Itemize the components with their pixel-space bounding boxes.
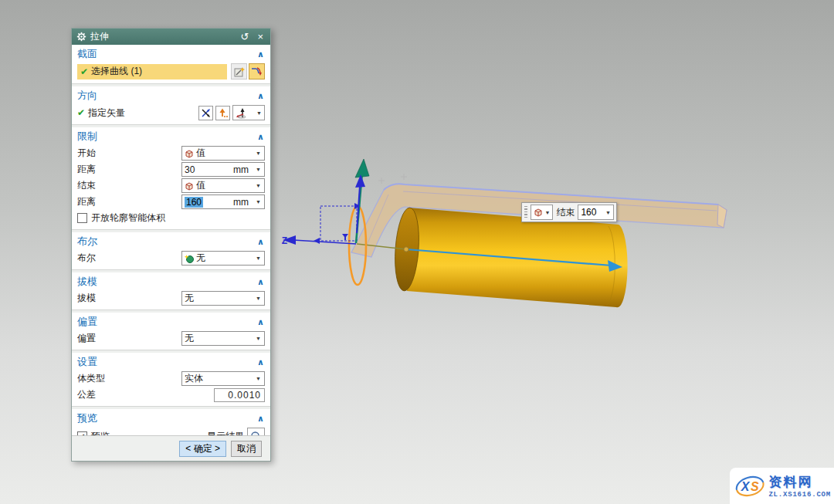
- start-limit-dropdown[interactable]: 值 ▼: [181, 146, 265, 161]
- dialog-titlebar[interactable]: 拉伸 ↺ ×: [72, 29, 270, 45]
- watermark-site-name: 资料网: [768, 473, 812, 491]
- end-distance-value: 160: [581, 207, 596, 218]
- end-label: 结束: [556, 206, 575, 219]
- collapse-icon[interactable]: ∧: [257, 132, 264, 142]
- dialog-title: 拉伸: [90, 30, 235, 43]
- settings-header: 设置: [77, 355, 97, 369]
- boolean-value: 无: [196, 252, 253, 265]
- crossed-arrows-icon: [201, 108, 211, 118]
- toolbar-drag-handle[interactable]: [524, 206, 527, 218]
- curve-rule-button[interactable]: [249, 63, 265, 79]
- value-cube-icon: [185, 149, 194, 158]
- dropdown-arrow-icon: ▼: [256, 336, 261, 341]
- reset-button[interactable]: ↺: [239, 32, 252, 42]
- preview-header: 预览: [77, 411, 97, 425]
- boolean-label: 布尔: [77, 252, 181, 265]
- section-group-boolean: 布尔 ∧ 布尔 无 ▼: [72, 232, 270, 270]
- start-label: 开始: [77, 147, 181, 160]
- tolerance-input[interactable]: 0.0010: [214, 388, 265, 402]
- start-distance-label: 距离: [77, 163, 181, 176]
- drag-handle-ball[interactable]: [404, 247, 409, 252]
- dropdown-arrow-icon: ▼: [256, 255, 261, 261]
- reverse-arrow-icon: [218, 108, 228, 118]
- dropdown-arrow-icon: ▼: [256, 183, 261, 188]
- dropdown-arrow-icon: ▼: [256, 167, 261, 172]
- collapse-icon[interactable]: ∧: [257, 277, 264, 287]
- z-axis-label: Z: [282, 235, 287, 246]
- show-result-label: 显示结果: [207, 430, 244, 435]
- offset-value: 无: [185, 332, 253, 345]
- offset-dropdown[interactable]: 无 ▼: [181, 331, 265, 346]
- dialog-footer: < 确定 > 取消: [72, 435, 270, 461]
- offset-header: 偏置: [77, 315, 97, 329]
- section-header: 截面: [77, 47, 97, 61]
- section-group-draft: 拔模 ∧ 拔模 无 ▼: [72, 272, 270, 310]
- end-limit-dropdown[interactable]: 值 ▼: [181, 178, 265, 193]
- preview-label: 预览: [91, 430, 207, 435]
- select-curve-label: 选择曲线 (1): [91, 65, 142, 78]
- dropdown-arrow-icon: ▼: [256, 110, 262, 116]
- collapse-icon[interactable]: ∧: [257, 237, 264, 247]
- collapse-icon[interactable]: ∧: [257, 49, 264, 59]
- limits-header: 限制: [77, 130, 97, 144]
- value-cube-icon: [185, 181, 194, 191]
- end-limit-value: 值: [196, 179, 253, 192]
- dropdown-arrow-icon: ▼: [256, 199, 261, 205]
- body-type-dropdown[interactable]: 实体 ▼: [181, 371, 265, 386]
- draft-value: 无: [185, 292, 253, 305]
- xs-logo: X S: [733, 471, 767, 502]
- snap-plus-marks: [378, 174, 407, 184]
- offset-label: 偏置: [77, 332, 181, 345]
- boolean-dropdown[interactable]: 无 ▼: [181, 251, 265, 266]
- start-distance-input[interactable]: 30 mm ▼: [181, 162, 265, 177]
- dropdown-arrow-icon: ▼: [256, 151, 261, 156]
- collapse-icon[interactable]: ∧: [257, 414, 264, 424]
- close-button[interactable]: ×: [255, 32, 266, 42]
- start-limit-value: 值: [196, 147, 253, 160]
- specify-vector-label: 指定矢量: [88, 107, 196, 120]
- end-distance-value: 160: [185, 197, 203, 208]
- section-group-settings: 设置 ∧ 体类型 实体 ▼ 公差 0.0010: [72, 353, 270, 407]
- open-profile-checkbox[interactable]: [77, 213, 87, 223]
- draft-header: 拔模: [77, 275, 97, 289]
- check-icon: ✔: [80, 66, 88, 77]
- cancel-button[interactable]: 取消: [231, 441, 262, 457]
- gear-icon: [76, 32, 86, 42]
- collapse-icon[interactable]: ∧: [257, 357, 264, 367]
- open-profile-label: 开放轮廓智能体积: [91, 211, 165, 225]
- onscreen-input-toolbar[interactable]: ▼ 结束 160 ▼: [521, 202, 617, 222]
- reverse-direction-button[interactable]: [215, 106, 230, 120]
- vector-axis-icon: [236, 107, 247, 119]
- dropdown-arrow-icon: ▼: [545, 210, 551, 215]
- dialog-body: 截面 ∧ ✔ 选择曲线 (1): [72, 45, 270, 435]
- end-distance-input[interactable]: 160 ▼: [578, 205, 614, 220]
- collapse-icon[interactable]: ∧: [257, 317, 264, 327]
- section-group-direction: 方向 ∧ ✔ 指定矢量: [72, 86, 270, 125]
- body-type-label: 体类型: [77, 372, 181, 385]
- dropdown-arrow-icon: ▼: [256, 376, 261, 381]
- dropdown-arrow-icon: ▼: [256, 296, 261, 301]
- start-distance-value: 30: [185, 164, 231, 175]
- end-distance-label: 距离: [77, 195, 181, 208]
- section-filter-glyph: [342, 234, 348, 240]
- curve-icon: [251, 66, 263, 77]
- vector-type-dropdown[interactable]: ▼: [232, 105, 265, 120]
- watermark-site-url: ZL.XS1616.COM: [768, 491, 831, 499]
- check-icon: ✔: [77, 107, 85, 118]
- draft-dropdown[interactable]: 无 ▼: [181, 291, 265, 306]
- collapse-icon[interactable]: ∧: [257, 91, 264, 101]
- sketch-section-button[interactable]: [231, 63, 247, 79]
- boolean-none-icon: [185, 254, 194, 263]
- ok-button[interactable]: < 确定 >: [179, 441, 226, 457]
- extrude-dialog: 拉伸 ↺ × 截面 ∧ ✔ 选择曲线 (1): [71, 28, 271, 462]
- end-distance-input[interactable]: 160 mm ▼: [181, 194, 265, 209]
- section-group-offset: 偏置 ∧ 偏置 无 ▼: [72, 313, 270, 350]
- vector-dialog-button[interactable]: [198, 106, 213, 120]
- select-curve-field[interactable]: ✔ 选择曲线 (1): [77, 64, 227, 79]
- body-type-value: 实体: [185, 372, 253, 385]
- end-limit-type-dropdown[interactable]: ▼: [531, 205, 553, 220]
- show-result-button[interactable]: [247, 428, 265, 435]
- logo-letter-s: S: [751, 480, 759, 493]
- end-label: 结束: [77, 179, 181, 192]
- unit-label: mm: [233, 197, 249, 208]
